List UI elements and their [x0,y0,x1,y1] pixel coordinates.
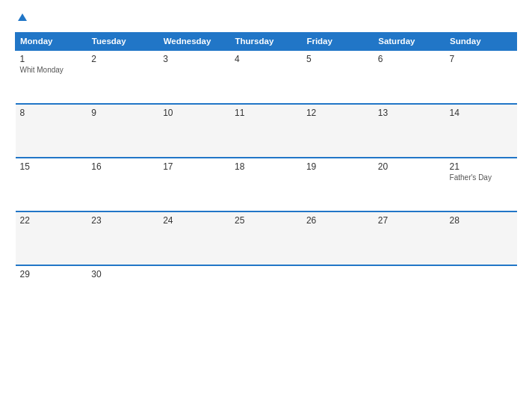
calendar-day-cell: 16 [87,158,158,211]
day-number: 11 [235,108,297,118]
calendar-day-cell: 2 [87,50,158,104]
day-number: 3 [163,54,226,64]
calendar-week-row: 2930 [16,265,517,310]
calendar-day-cell: 20 [374,158,445,211]
calendar-day-cell [302,265,374,310]
logo [15,13,27,22]
day-number: 14 [450,108,513,118]
calendar-day-cell [230,265,302,310]
calendar-day-cell: 7 [445,50,517,104]
calendar-week-row: 891011121314 [16,104,517,158]
logo-triangle-icon [18,13,27,21]
calendar-day-cell: 8 [16,104,87,158]
day-number: 10 [163,108,226,118]
col-friday: Friday [302,33,374,51]
calendar-day-cell [374,265,445,310]
calendar-day-cell: 29 [16,265,87,310]
logo-blue-text [15,13,27,22]
calendar-day-cell: 10 [158,104,230,158]
day-number: 8 [20,108,83,118]
calendar-day-cell: 21Father's Day [445,158,517,211]
page-header [15,13,517,22]
day-number: 30 [91,269,154,279]
calendar-day-cell [445,265,517,310]
col-tuesday: Tuesday [87,33,158,51]
calendar-day-cell: 27 [374,211,445,265]
col-monday: Monday [16,33,87,51]
day-number: 23 [91,215,154,226]
day-number: 29 [20,269,83,279]
calendar-day-cell: 25 [230,211,302,265]
calendar-table: Monday Tuesday Wednesday Thursday Friday… [15,32,517,310]
calendar-day-cell: 23 [87,211,158,265]
calendar-day-cell: 3 [158,50,230,104]
holiday-label: Father's Day [450,173,513,182]
day-number: 13 [378,108,441,118]
col-thursday: Thursday [230,33,302,51]
day-number: 6 [378,54,441,64]
calendar-day-cell: 26 [302,211,374,265]
calendar-week-row: 1Whit Monday234567 [16,50,517,104]
day-number: 27 [378,215,441,226]
calendar-day-cell: 5 [302,50,374,104]
day-number: 15 [20,161,83,172]
day-number: 17 [163,161,226,172]
calendar-day-cell [158,265,230,310]
day-number: 5 [306,54,369,64]
day-number: 21 [450,161,513,172]
calendar-week-row: 22232425262728 [16,211,517,265]
calendar-day-cell: 22 [16,211,87,265]
calendar-day-cell: 9 [87,104,158,158]
calendar-day-cell: 11 [230,104,302,158]
calendar-day-cell: 15 [16,158,87,211]
day-number: 18 [235,161,297,172]
day-number: 7 [450,54,513,64]
calendar-day-cell: 12 [302,104,374,158]
calendar-day-cell: 4 [230,50,302,104]
day-number: 24 [163,215,226,226]
day-number: 20 [378,161,441,172]
calendar-day-cell: 14 [445,104,517,158]
calendar-day-cell: 18 [230,158,302,211]
calendar-day-cell: 30 [87,265,158,310]
day-number: 28 [450,215,513,226]
col-sunday: Sunday [445,33,517,51]
calendar-day-cell: 19 [302,158,374,211]
day-number: 12 [306,108,369,118]
day-number: 22 [20,215,83,226]
day-number: 2 [91,54,154,64]
calendar-day-cell: 24 [158,211,230,265]
calendar-day-cell: 1Whit Monday [16,50,87,104]
day-number: 9 [91,108,154,118]
calendar-day-cell: 6 [374,50,445,104]
calendar-header-row: Monday Tuesday Wednesday Thursday Friday… [16,33,517,51]
calendar-day-cell: 17 [158,158,230,211]
calendar-week-row: 15161718192021Father's Day [16,158,517,211]
calendar-day-cell: 13 [374,104,445,158]
holiday-label: Whit Monday [20,66,83,74]
day-number: 19 [306,161,369,172]
day-number: 26 [306,215,369,226]
day-number: 1 [20,54,83,64]
col-saturday: Saturday [374,33,445,51]
day-number: 16 [91,161,154,172]
day-number: 4 [235,54,297,64]
calendar-day-cell: 28 [445,211,517,265]
col-wednesday: Wednesday [158,33,230,51]
day-number: 25 [235,215,297,226]
